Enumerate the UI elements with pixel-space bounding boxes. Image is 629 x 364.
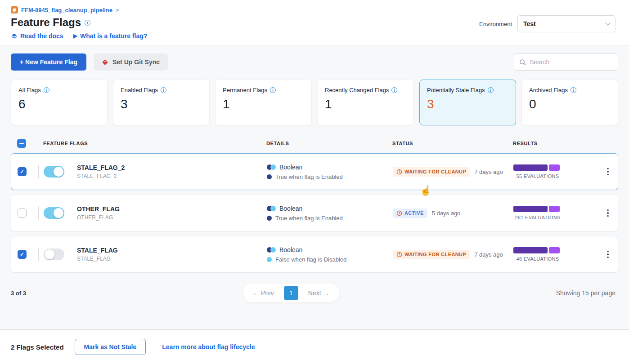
stat-value: 6 bbox=[18, 97, 100, 111]
flag-type: Boolean bbox=[279, 205, 302, 212]
status-badge[interactable]: WAITING FOR CLEANUP bbox=[393, 167, 470, 177]
flag-variation: False when flag is Disabled bbox=[275, 256, 346, 263]
per-page-label: Showing 15 per page bbox=[556, 289, 616, 297]
divider bbox=[38, 165, 39, 178]
flag-toggle[interactable] bbox=[44, 166, 64, 178]
pagination: 3 of 3 ← Prev 1 Next → Showing 15 per pa… bbox=[0, 277, 629, 302]
status-age: 7 days ago bbox=[474, 169, 503, 175]
row-count: 3 of 3 bbox=[11, 290, 26, 297]
select-all-checkbox[interactable] bbox=[17, 139, 26, 148]
column-header-results: RESULTS bbox=[513, 141, 598, 146]
environment-value: Test bbox=[523, 20, 536, 27]
git-sync-button[interactable]: Set Up Git Sync bbox=[94, 53, 168, 71]
feature-flags-app: FFM-8945_flag_cleanup_pipeline > Feature… bbox=[0, 0, 629, 364]
stat-card-permanent-flags[interactable]: Permanent Flagsi 1 bbox=[215, 80, 312, 125]
new-feature-flag-button[interactable]: + New Feature Flag bbox=[11, 53, 86, 71]
flag-variation: True when flag is Enabled bbox=[275, 215, 343, 222]
stat-card-recently-changed-flags[interactable]: Recently Changed Flagsi 1 bbox=[317, 80, 414, 125]
toolbar: + New Feature Flag Set Up Git Sync bbox=[0, 45, 629, 77]
clock-icon bbox=[396, 252, 402, 257]
read-docs-link[interactable]: Read the docs bbox=[11, 32, 63, 40]
kebab-menu-icon[interactable] bbox=[599, 165, 617, 178]
column-header-details: DETAILS bbox=[266, 141, 392, 146]
clock-icon bbox=[396, 210, 402, 216]
variation-dot-icon bbox=[267, 174, 272, 179]
flag-toggle[interactable] bbox=[44, 249, 64, 260]
evaluations-bar bbox=[513, 206, 562, 212]
breadcrumb-label[interactable]: FFM-8945_flag_cleanup_pipeline bbox=[21, 7, 112, 13]
boolean-type-icon bbox=[267, 206, 276, 211]
stat-card-archived-flags[interactable]: Archived Flagsi 0 bbox=[521, 80, 618, 125]
project-icon bbox=[11, 6, 18, 13]
column-header-status: STATUS bbox=[392, 141, 513, 146]
status-badge[interactable]: WAITING FOR CLEANUP bbox=[393, 250, 470, 259]
info-icon[interactable]: i bbox=[391, 87, 397, 93]
play-icon: ▶ bbox=[73, 33, 77, 39]
flag-toggle[interactable] bbox=[44, 207, 64, 219]
clock-icon bbox=[396, 169, 402, 175]
title-info-icon[interactable]: i bbox=[85, 20, 90, 26]
table-row[interactable]: OTHER_FLAG OTHER_FLAG Boolean True when … bbox=[11, 195, 618, 231]
evaluations-bar bbox=[513, 164, 562, 171]
prev-page-button[interactable]: ← Prev bbox=[247, 287, 280, 299]
stat-card-all-flags[interactable]: All Flagsi 6 bbox=[11, 80, 108, 125]
variation-dot-icon bbox=[267, 216, 272, 221]
flag-name[interactable]: STALE_FLAG_2 bbox=[77, 164, 267, 171]
divider bbox=[38, 248, 39, 261]
search-box[interactable] bbox=[514, 53, 618, 71]
kebab-menu-icon[interactable] bbox=[599, 248, 617, 261]
selection-footer: 2 Flags Selected Mark as Not Stale Learn… bbox=[0, 329, 629, 364]
docs-icon bbox=[11, 33, 18, 40]
evaluations-bar bbox=[513, 247, 562, 253]
evaluations-count: 261 EVALUATIONS bbox=[513, 215, 562, 220]
next-page-button[interactable]: Next → bbox=[302, 287, 336, 299]
flag-lifecycle-link[interactable]: Learn more about flag lifecycle bbox=[162, 343, 255, 351]
evaluations-count: 55 EVALUATIONS bbox=[513, 173, 562, 179]
row-checkbox[interactable] bbox=[18, 250, 27, 259]
search-icon bbox=[519, 59, 526, 66]
search-input[interactable] bbox=[530, 58, 613, 66]
flag-name[interactable]: OTHER_FLAG bbox=[77, 205, 267, 213]
stat-value: 0 bbox=[529, 97, 611, 111]
breadcrumb[interactable]: FFM-8945_flag_cleanup_pipeline > bbox=[11, 6, 618, 13]
flag-type: Boolean bbox=[279, 246, 302, 253]
stat-card-enabled-flags[interactable]: Enabled Flagsi 3 bbox=[113, 80, 210, 125]
divider bbox=[38, 206, 39, 220]
environment-label: Environment bbox=[479, 21, 512, 27]
table-row[interactable]: STALE_FLAG STALE_FLAG Boolean False when… bbox=[11, 236, 618, 273]
page-title: Feature Flags bbox=[11, 16, 81, 29]
mark-not-stale-button[interactable]: Mark as Not Stale bbox=[75, 339, 146, 355]
status-age: 5 days ago bbox=[432, 210, 461, 217]
column-header-feature-flags: FEATURE FLAGS bbox=[43, 141, 266, 146]
info-icon[interactable]: i bbox=[44, 87, 49, 93]
stat-value: 3 bbox=[427, 97, 508, 111]
kebab-menu-icon[interactable] bbox=[599, 207, 617, 220]
chevron-down-icon bbox=[605, 20, 610, 25]
evaluations-count: 46 EVALUATIONS bbox=[513, 256, 562, 262]
info-icon[interactable]: i bbox=[161, 87, 166, 93]
stat-value: 3 bbox=[121, 97, 202, 111]
table-header: FEATURE FLAGS DETAILS STATUS RESULTS bbox=[11, 139, 618, 148]
status-badge[interactable]: ACTIVE bbox=[393, 209, 427, 218]
stat-card-potentially-stale-flags[interactable]: Potentially Stale Flagsi 3 bbox=[419, 80, 516, 125]
info-icon[interactable]: i bbox=[270, 87, 276, 93]
table-row[interactable]: STALE_FLAG_2 STALE_FLAG_2 Boolean True w… bbox=[11, 153, 618, 190]
flag-table: STALE_FLAG_2 STALE_FLAG_2 Boolean True w… bbox=[0, 153, 629, 277]
flag-name[interactable]: STALE_FLAG bbox=[77, 247, 267, 254]
row-checkbox[interactable] bbox=[18, 209, 27, 218]
stat-value: 1 bbox=[325, 97, 406, 111]
info-icon[interactable]: i bbox=[488, 87, 494, 93]
row-checkbox[interactable] bbox=[18, 167, 27, 176]
boolean-type-icon bbox=[267, 164, 276, 170]
variation-dot-icon bbox=[267, 257, 272, 262]
git-sync-icon bbox=[102, 59, 108, 66]
environment-select[interactable]: Test bbox=[517, 15, 616, 32]
flag-id: STALE_FLAG bbox=[77, 256, 267, 262]
flag-type: Boolean bbox=[279, 164, 302, 171]
stat-cards: All Flagsi 6 Enabled Flagsi 3 Permanent … bbox=[0, 77, 629, 125]
status-age: 7 days ago bbox=[474, 251, 503, 258]
info-icon[interactable]: i bbox=[571, 87, 576, 93]
what-is-flag-link[interactable]: ▶ What is a feature flag? bbox=[73, 32, 148, 40]
flag-id: STALE_FLAG_2 bbox=[77, 173, 267, 179]
page-1-button[interactable]: 1 bbox=[284, 286, 298, 300]
